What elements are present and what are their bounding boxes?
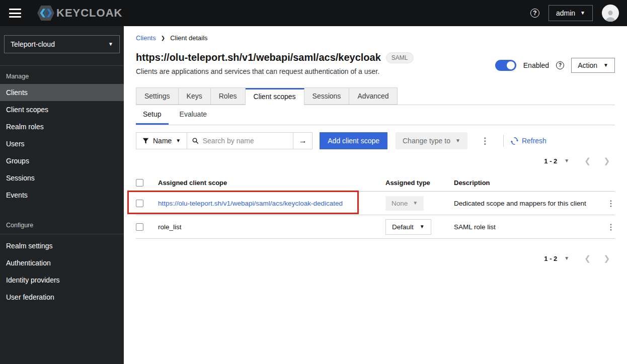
assigned-type-dropdown[interactable]: Default ▼ bbox=[385, 219, 431, 235]
chevron-down-icon: ▼ bbox=[413, 201, 418, 206]
column-assigned-type: Assigned type bbox=[385, 179, 454, 187]
pagination-prev-button[interactable]: ❮ bbox=[582, 254, 593, 262]
sidebar-item-realm-settings[interactable]: Realm settings bbox=[0, 237, 124, 254]
tab-advanced[interactable]: Advanced bbox=[349, 87, 397, 105]
pagination-range-label: 1 - 2 bbox=[544, 157, 557, 165]
help-icon[interactable]: ? bbox=[556, 61, 564, 69]
toolbar: Name ▼ → Add client scope Change type to bbox=[136, 132, 615, 149]
row-kebab-menu[interactable]: ⋮ bbox=[607, 223, 615, 231]
client-scope-name: role_list bbox=[158, 223, 385, 231]
tab-client-scopes[interactable]: Client scopes bbox=[246, 88, 304, 105]
row-checkbox[interactable] bbox=[136, 223, 143, 231]
row-kebab-menu[interactable]: ⋮ bbox=[607, 199, 615, 208]
pagination-range-dropdown[interactable]: 1 - 2 ▼ bbox=[544, 255, 569, 262]
tab-settings[interactable]: Settings bbox=[136, 87, 179, 105]
sidebar: Teleport-cloud ▼ Manage Clients Client s… bbox=[0, 26, 124, 364]
sidebar-item-events[interactable]: Events bbox=[0, 187, 124, 204]
help-icon[interactable]: ? bbox=[530, 9, 539, 18]
pagination-range-label: 1 - 2 bbox=[544, 255, 557, 262]
page-title: https://olu-teleport.sh/v1/webapi/saml/a… bbox=[136, 52, 381, 63]
subtab-evaluate[interactable]: Evaluate bbox=[173, 105, 214, 125]
hamburger-menu-icon[interactable] bbox=[9, 9, 21, 18]
select-all-checkbox[interactable] bbox=[136, 179, 143, 187]
refresh-icon bbox=[511, 137, 518, 145]
pagination-range-dropdown[interactable]: 1 - 2 ▼ bbox=[544, 157, 569, 165]
top-bar: KEYCLOAK ? admin ▼ bbox=[0, 0, 627, 26]
action-dropdown-label: Action bbox=[578, 61, 597, 69]
chevron-down-icon: ▼ bbox=[108, 42, 113, 47]
sidebar-item-sessions[interactable]: Sessions bbox=[0, 169, 124, 187]
pagination-bottom: 1 - 2 ▼ ❮ ❯ bbox=[136, 254, 615, 263]
brand-text: KEYCLOAK bbox=[56, 7, 122, 20]
tab-keys[interactable]: Keys bbox=[179, 87, 211, 105]
sidebar-item-client-scopes[interactable]: Client scopes bbox=[0, 101, 124, 118]
tab-bar: Settings Keys Roles Client scopes Sessio… bbox=[136, 87, 615, 105]
change-type-dropdown[interactable]: Change type to ▼ bbox=[396, 132, 467, 149]
refresh-button[interactable]: Refresh bbox=[511, 137, 546, 145]
sidebar-item-realm-roles[interactable]: Realm roles bbox=[0, 118, 124, 135]
realm-selector[interactable]: Teleport-cloud ▼ bbox=[4, 35, 120, 53]
arrow-right-icon: → bbox=[299, 136, 307, 145]
client-scope-link[interactable]: https://olu-teleport.sh/v1/webapi/saml/a… bbox=[158, 200, 343, 207]
sidebar-divider bbox=[0, 234, 124, 234]
table-header-row: Assigned client scope Assigned type Desc… bbox=[136, 174, 615, 192]
client-scopes-table: Assigned client scope Assigned type Desc… bbox=[136, 174, 615, 239]
saml-badge: SAML bbox=[386, 52, 414, 63]
pagination-top: 1 - 2 ▼ ❮ ❯ bbox=[136, 156, 615, 165]
toolbar-kebab-menu[interactable]: ⋮ bbox=[474, 136, 496, 146]
realm-selector-label: Teleport-cloud bbox=[11, 40, 55, 48]
subtab-bar: Setup Evaluate bbox=[136, 105, 615, 125]
chevron-down-icon: ▼ bbox=[564, 158, 569, 163]
pagination-next-button[interactable]: ❯ bbox=[601, 156, 612, 165]
search-input[interactable] bbox=[203, 137, 288, 145]
chevron-down-icon: ▼ bbox=[580, 11, 585, 16]
search-icon bbox=[192, 137, 198, 144]
sidebar-item-identity-providers[interactable]: Identity providers bbox=[0, 271, 124, 289]
sidebar-item-user-federation[interactable]: User federation bbox=[0, 289, 124, 306]
tab-sessions[interactable]: Sessions bbox=[304, 87, 350, 105]
avatar[interactable] bbox=[602, 5, 619, 22]
filter-type-label: Name bbox=[153, 137, 172, 145]
enabled-toggle[interactable] bbox=[495, 60, 516, 71]
search-group: → bbox=[187, 132, 312, 149]
keycloak-logo-icon bbox=[36, 5, 55, 22]
sidebar-item-groups[interactable]: Groups bbox=[0, 152, 124, 169]
chevron-down-icon: ▼ bbox=[564, 256, 569, 261]
column-assigned-client-scope: Assigned client scope bbox=[158, 179, 385, 187]
add-client-scope-button[interactable]: Add client scope bbox=[320, 132, 387, 149]
assigned-type-dropdown[interactable]: None ▼ bbox=[385, 196, 424, 211]
user-menu-dropdown[interactable]: admin ▼ bbox=[548, 5, 593, 21]
chevron-down-icon: ▼ bbox=[420, 224, 425, 229]
filter-icon bbox=[142, 138, 149, 144]
person-icon bbox=[604, 9, 617, 22]
table-row: role_list Default ▼ SAML role list ⋮ bbox=[136, 215, 615, 239]
breadcrumb-current: Client details bbox=[170, 34, 207, 42]
nav-section-manage: Manage bbox=[0, 66, 124, 84]
sidebar-item-authentication[interactable]: Authentication bbox=[0, 254, 124, 271]
chevron-down-icon: ▼ bbox=[455, 138, 460, 143]
tab-roles[interactable]: Roles bbox=[211, 87, 246, 105]
page-header-left: https://olu-teleport.sh/v1/webapi/saml/a… bbox=[136, 52, 414, 75]
table-row: https://olu-teleport.sh/v1/webapi/saml/a… bbox=[136, 192, 615, 215]
page-subtitle: Clients are applications and services th… bbox=[136, 67, 414, 75]
chevron-right-icon: ❯ bbox=[161, 35, 165, 41]
row-checkbox[interactable] bbox=[136, 200, 143, 207]
search-submit-button[interactable]: → bbox=[293, 133, 312, 149]
keycloak-logo: KEYCLOAK bbox=[36, 5, 122, 22]
sidebar-item-users[interactable]: Users bbox=[0, 135, 124, 152]
filter-type-dropdown[interactable]: Name ▼ bbox=[136, 132, 187, 149]
assigned-type-value: Default bbox=[392, 223, 414, 231]
sidebar-item-clients[interactable]: Clients bbox=[0, 84, 124, 101]
pagination-next-button[interactable]: ❯ bbox=[601, 254, 612, 262]
breadcrumb-clients-link[interactable]: Clients bbox=[136, 34, 156, 42]
enabled-label: Enabled bbox=[523, 61, 549, 69]
column-description: Description bbox=[454, 179, 597, 187]
nav-section-configure: Configure bbox=[0, 215, 124, 233]
pagination-prev-button[interactable]: ❮ bbox=[582, 156, 593, 165]
refresh-label: Refresh bbox=[522, 137, 546, 145]
chevron-down-icon: ▼ bbox=[603, 63, 608, 68]
chevron-down-icon: ▼ bbox=[176, 138, 181, 143]
subtab-setup[interactable]: Setup bbox=[136, 105, 169, 125]
user-menu-label: admin bbox=[556, 9, 575, 17]
action-dropdown[interactable]: Action ▼ bbox=[571, 58, 615, 73]
